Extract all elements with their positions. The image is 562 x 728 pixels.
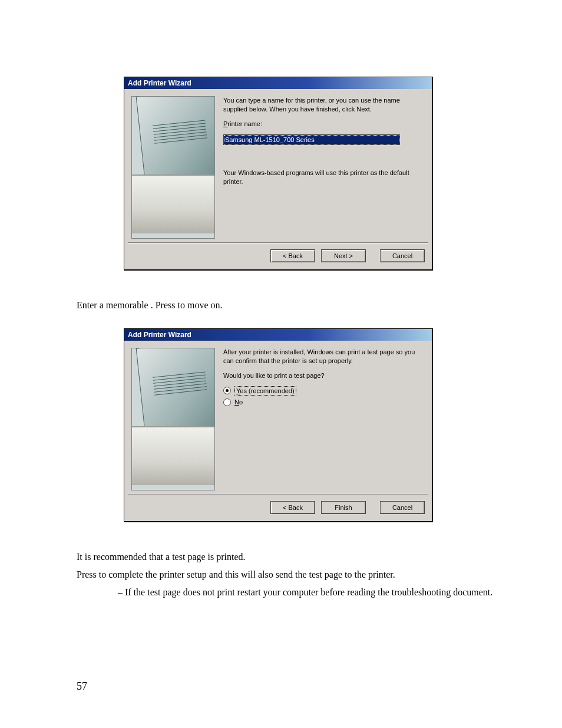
back-button[interactable]: < Back — [270, 249, 315, 262]
dialog-title: Add Printer Wizard — [124, 329, 432, 341]
page-number: 57 — [77, 680, 87, 693]
caption-troubleshoot: – If the test page does not print restar… — [77, 587, 497, 598]
dialog-title: Add Printer Wizard — [124, 77, 432, 89]
radio-icon — [223, 387, 231, 394]
radio-yes[interactable]: Yes (recommended) — [223, 386, 425, 396]
default-printer-note: Your Windows-based programs will use thi… — [223, 169, 425, 186]
radio-no[interactable]: No — [223, 398, 425, 407]
radio-icon — [223, 398, 231, 406]
finish-button[interactable]: Finish — [321, 501, 366, 514]
back-button[interactable]: < Back — [270, 501, 315, 514]
wizard-illustration — [131, 348, 215, 490]
printer-name-label: Printer name: — [223, 120, 425, 129]
cancel-button[interactable]: Cancel — [380, 501, 425, 514]
add-printer-wizard-testpage-dialog: Add Printer Wizard After your printer is… — [124, 328, 433, 522]
cancel-button[interactable]: Cancel — [380, 249, 425, 262]
next-button[interactable]: Next > — [321, 249, 366, 262]
printer-name-input[interactable]: Samsung ML-1510_700 Series — [223, 134, 400, 146]
caption-press-finish: Press to complete the printer setup and … — [77, 569, 497, 580]
wizard-intro-text: After your printer is installed, Windows… — [223, 348, 425, 365]
wizard-illustration — [131, 96, 215, 239]
caption-enter-name: Enter a memorable . Press to move on. — [77, 300, 497, 311]
wizard-intro-text: You can type a name for this printer, or… — [223, 96, 425, 114]
test-page-question: Would you like to print a test page? — [223, 371, 425, 380]
caption-recommend-test: It is recommended that a test page is pr… — [77, 552, 497, 562]
add-printer-wizard-name-dialog: Add Printer Wizard You can type a name f… — [124, 77, 433, 271]
